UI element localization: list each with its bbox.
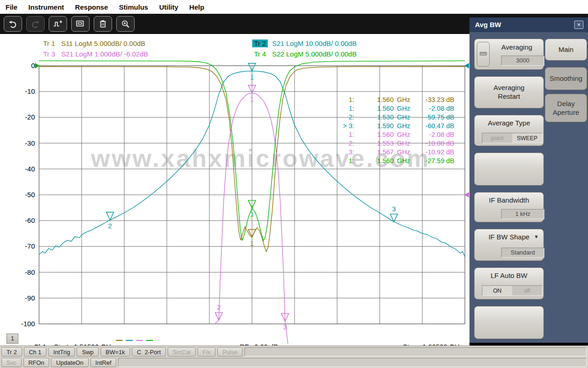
add-trace-button[interactable]	[49, 16, 67, 32]
averaging-restart-button[interactable]: Averaging Restart	[474, 76, 544, 108]
menu-item-utility[interactable]: Utility	[159, 3, 178, 11]
status-pulse[interactable]: Pulse	[217, 347, 243, 357]
trace-tag-tr3[interactable]: Tr 3	[41, 50, 57, 58]
marker-readout-m-v: -10.88 dB	[413, 140, 454, 147]
undo-button[interactable]	[4, 16, 22, 32]
trace-tag-tr1[interactable]: Tr 1	[41, 40, 57, 47]
lf-auto-bw-option-on[interactable]: ON	[482, 286, 512, 295]
marker-readout-m-n: > 3:	[338, 122, 354, 130]
y-tick-label: -40	[14, 165, 35, 173]
marker-readout-row: 1:1.560GHz-2.08 dB	[338, 130, 454, 139]
lf-auto-bw-button[interactable]: LF Auto BW ON off	[474, 267, 544, 300]
dropdown-arrow-icon: ▼	[534, 234, 539, 239]
marker-readout-row: 1:1.560GHz-27.59 dB	[338, 156, 454, 165]
menu-bar: FileInstrumentResponseStimulusUtilityHel…	[0, 0, 588, 14]
marker-readout-m-f: 1.530	[354, 113, 394, 121]
legend-dash-tr3	[136, 340, 143, 341]
legend-dash-tr2	[126, 340, 133, 341]
averaging-enable-indicator[interactable]	[477, 42, 490, 67]
menu-item-file[interactable]: File	[6, 3, 17, 11]
marker-readout-m-n: 1:	[338, 105, 354, 112]
trace-title-tr2[interactable]: Tr 2S21 LogM 10.00dB/ 0.00dB	[252, 40, 356, 47]
menu-item-help[interactable]: Help	[189, 3, 204, 11]
y-tick-label: -100	[14, 320, 35, 328]
if-bw-shape-button[interactable]: IF BW Shape ▼ Standard	[474, 229, 544, 261]
redo-button[interactable]	[26, 16, 45, 32]
average-type-option-point[interactable]: point	[482, 133, 512, 143]
trace-title-tr1[interactable]: Tr 1S11 LogM 5.000dB/ 0.00dB	[41, 40, 145, 47]
tab-main[interactable]: Main	[545, 39, 587, 61]
averaging-restart-label: Averaging Restart	[475, 77, 543, 108]
screen-capture-icon	[75, 19, 85, 29]
status-tr-2[interactable]: Tr 2	[1, 347, 22, 357]
status-rfon[interactable]: RFOn	[23, 358, 50, 367]
marker-readout-m-v: -60.47 dB	[413, 122, 454, 130]
average-type-option-sweep[interactable]: SWEEP	[512, 133, 542, 143]
menu-item-instrument[interactable]: Instrument	[28, 3, 64, 11]
lf-auto-bw-option-off[interactable]: off	[512, 286, 542, 295]
y-tick-label: -60	[14, 216, 35, 224]
marker-readout-m-v: -10.92 dB	[413, 148, 454, 156]
y-tick-label: -30	[14, 139, 35, 147]
average-type-toggle[interactable]: point SWEEP	[482, 133, 543, 143]
status-srccal[interactable]: SrcCal	[168, 347, 196, 357]
status-svc[interactable]: Svc	[1, 358, 22, 367]
if-bw-shape-label: IF BW Shape	[475, 233, 543, 241]
menu-item-stimulus[interactable]: Stimulus	[119, 3, 148, 11]
marker-readout-row: 1:1.560GHz-33.23 dB	[338, 95, 454, 104]
marker-readout-m-n: 2:	[338, 140, 354, 147]
trace-format-tr4: S22 LogM 5.000dB/ 0.00dB	[272, 50, 356, 58]
status-bar: Tr 2Ch 1IntTrigSwpBW=1kC 2-PortSrcCalFix…	[0, 345, 588, 368]
y-tick-label: -50	[14, 191, 35, 198]
marker-readout-row: 1:1.560GHz-2.08 dB	[338, 104, 454, 113]
status-filler	[118, 358, 587, 367]
status-bw=1k[interactable]: BW=1k	[101, 347, 130, 357]
trace-title-tr4[interactable]: Tr 4S22 LogM 5.000dB/ 0.00dB	[252, 50, 356, 58]
status-row-2: SvcRFOnUpdateOnIntRef	[1, 358, 587, 367]
trace-format-tr2: S21 LogM 10.00dB/ 0.00dB	[272, 40, 356, 47]
trace-tag-tr4[interactable]: Tr 4	[252, 50, 268, 58]
marker-readout-row: > 3:1.590GHz-60.47 dB	[338, 121, 454, 130]
channel-tab[interactable]: 1	[6, 334, 18, 344]
status-updateon[interactable]: UpdateOn	[51, 358, 88, 367]
lf-auto-bw-toggle[interactable]: ON off	[482, 285, 543, 296]
marker-readout-m-f: 1.560	[354, 105, 394, 112]
undo-icon	[8, 19, 18, 29]
delete-button[interactable]	[94, 16, 112, 32]
y-tick-label: -90	[14, 294, 35, 302]
marker-readout-m-v: -33.23 dB	[413, 96, 454, 103]
if-bandwidth-button[interactable]: IF Bandwidth 1 kHz	[474, 192, 544, 222]
status-intref[interactable]: IntRef	[90, 358, 117, 367]
trace-title-tr3[interactable]: Tr 3S21 LogM 1.000dB/ -6.02dB	[41, 50, 148, 58]
status-swp[interactable]: Swp	[77, 347, 98, 357]
marker-readout-m-u: GHz	[394, 105, 413, 112]
blank-button-2[interactable]	[474, 306, 544, 339]
y-tick-label: -80	[14, 268, 35, 276]
marker-readout-m-f: 1.553	[354, 140, 394, 147]
screenshot-button[interactable]	[71, 16, 90, 32]
if-bandwidth-value: 1 kHz	[501, 209, 544, 219]
blank-button-1[interactable]	[474, 153, 544, 186]
status-ch-1[interactable]: Ch 1	[24, 347, 46, 357]
marker-readout-m-u: GHz	[394, 157, 413, 164]
status-fix[interactable]: Fix	[198, 347, 215, 357]
menu-item-response[interactable]: Response	[75, 3, 108, 11]
trace-tag-tr2[interactable]: Tr 2	[252, 40, 268, 47]
average-type-label: Average Type	[475, 119, 543, 127]
zoom-button[interactable]	[116, 16, 135, 32]
tab-delay-aperture[interactable]: Delay Aperture	[545, 94, 587, 122]
status-inttrig[interactable]: IntTrig	[48, 347, 75, 357]
marker-readout-table: 1:1.560GHz-33.23 dB1:1.560GHz-2.08 dB2:1…	[338, 95, 454, 165]
marker-readout-m-u: GHz	[394, 96, 413, 103]
magnifier-plus-icon	[120, 19, 130, 29]
panel-title: Avg BW	[475, 21, 501, 28]
marker-readout-m-f: 1.560	[354, 96, 394, 103]
averaging-button[interactable]: Averaging 3000	[474, 39, 544, 70]
marker-readout-m-u: GHz	[394, 113, 413, 121]
average-type-button[interactable]: Average Type point SWEEP	[474, 115, 544, 146]
panel-close-button[interactable]: ×	[574, 21, 583, 29]
marker-readout-m-f: 1.560	[354, 157, 394, 164]
averaging-value: 3000	[501, 56, 544, 66]
status-c-2-port[interactable]: C 2-Port	[132, 347, 166, 357]
tab-smoothing[interactable]: Smoothing	[545, 67, 587, 90]
